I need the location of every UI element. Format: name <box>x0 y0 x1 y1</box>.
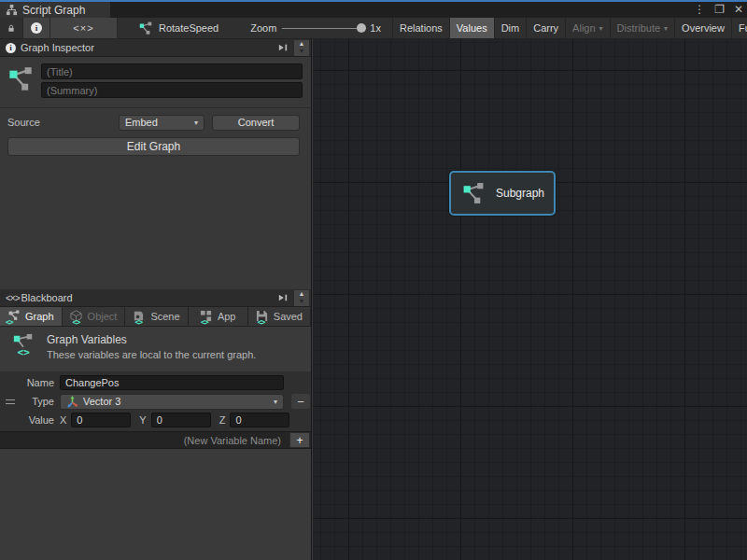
chevron-down-icon: ▾ <box>664 24 668 33</box>
zoom-slider-handle[interactable] <box>357 23 366 33</box>
sidebar: i Graph Inspector ▲ ▼ Source <box>0 39 312 560</box>
tab-app[interactable]: <> App <box>189 307 248 326</box>
variable-type-row: Type Vector 3 ▾ − <box>0 392 311 411</box>
blackboard-tabs: <> Graph <> Object <box>0 307 311 327</box>
chevron-down-icon: ▾ <box>274 398 277 406</box>
graph-variables-icon: <> <box>7 310 21 324</box>
type-label: Type <box>21 396 54 407</box>
graph-inspector-header[interactable]: i Graph Inspector ▲ ▼ <box>0 39 311 57</box>
scroll-down-icon[interactable]: ▼ <box>299 48 305 55</box>
chevron-down-icon: ▾ <box>599 24 603 33</box>
graph-name-label: RotateSpeed <box>159 22 218 34</box>
x-value-input[interactable] <box>71 413 131 427</box>
zoom-slider[interactable] <box>282 28 364 29</box>
subgraph-node[interactable]: Subgraph <box>449 171 556 216</box>
carry-button[interactable]: Carry <box>526 18 565 38</box>
window-menu-icon[interactable]: ⋮ <box>694 2 705 17</box>
graph-variables-icon: <> <box>11 333 37 359</box>
divider <box>0 107 311 108</box>
close-icon[interactable]: ✕ <box>734 2 743 17</box>
variable-name-row: Name <box>0 373 311 392</box>
source-label: Source <box>7 117 119 128</box>
blackboard-body: <> Graph Variables These variables are l… <box>0 327 311 560</box>
graph-variables-section: <> Graph Variables These variables are l… <box>0 327 311 371</box>
app-variables-icon: <> <box>200 310 214 324</box>
edit-graph-button[interactable]: Edit Graph <box>7 137 300 156</box>
tab-graph[interactable]: <> Graph <box>0 307 63 326</box>
tab-object: <> Object <box>63 307 126 326</box>
node-label: Subgraph <box>496 187 544 200</box>
variable-card: Name Type V <box>0 371 311 431</box>
full-screen-button[interactable]: Full Screen <box>731 18 747 38</box>
graph-icon <box>461 182 486 205</box>
script-graph-window: Script Graph ⋮ ❐ ✕ i <×> <box>0 0 747 560</box>
zoom-control: Zoom 1x <box>250 18 381 38</box>
vector3-icon <box>66 396 78 408</box>
values-button[interactable]: Values <box>449 18 494 38</box>
relations-button[interactable]: Relations <box>392 18 449 38</box>
source-dropdown[interactable]: Embed ▾ <box>119 115 204 131</box>
blackboard-header[interactable]: <×> Blackboard ▲ ▼ <box>0 289 311 307</box>
info-icon: i <box>6 43 16 53</box>
variable-type-value: Vector 3 <box>83 396 120 407</box>
toolbar: i <×> RotateSpeed Zoom 1x Relations Valu… <box>0 18 747 39</box>
variable-name-input[interactable] <box>60 375 284 390</box>
scroll-up-icon[interactable]: ▲ <box>299 290 305 298</box>
section-subtitle: These variables are local to the current… <box>47 349 256 360</box>
convert-button[interactable]: Convert <box>212 115 300 131</box>
svg-text:<>: <> <box>18 346 31 356</box>
new-variable-row: + <box>0 431 311 449</box>
drag-handle-icon[interactable] <box>6 399 15 404</box>
z-value-input[interactable] <box>230 413 289 427</box>
distribute-button: Distribute▾ <box>610 18 674 38</box>
inspector-scroll-arrows[interactable]: ▲ ▼ <box>294 40 309 56</box>
value-label: Value <box>21 414 54 426</box>
tab-scene[interactable]: <> Scene <box>125 307 188 326</box>
dim-button[interactable]: Dim <box>494 18 527 38</box>
graph-icon <box>138 21 153 35</box>
saved-variables-icon: <> <box>256 310 270 324</box>
graph-canvas[interactable]: Subgraph <box>313 39 747 560</box>
blackboard-empty-area <box>0 449 311 560</box>
scene-variables-icon: <> <box>133 310 147 324</box>
chevron-down-icon: ▾ <box>194 119 198 127</box>
remove-variable-button[interactable]: − <box>291 394 310 409</box>
title-input[interactable] <box>41 63 303 79</box>
script-graph-icon <box>6 4 18 16</box>
summary-input[interactable] <box>41 82 303 98</box>
inspector-toggle-button[interactable]: i <box>23 18 50 38</box>
lock-icon <box>7 22 15 35</box>
graph-inspector-title: Graph Inspector <box>21 42 275 53</box>
focus-accent-line <box>0 0 747 2</box>
graph-icon <box>7 66 34 92</box>
add-variable-button[interactable]: + <box>289 432 310 448</box>
x-label: X <box>60 414 66 426</box>
scroll-up-icon[interactable]: ▲ <box>299 40 305 48</box>
new-variable-input[interactable] <box>0 432 289 448</box>
zoom-label: Zoom <box>250 22 276 34</box>
maximize-icon[interactable]: ❐ <box>714 2 725 17</box>
dock-icon[interactable] <box>275 291 291 305</box>
info-icon: i <box>31 22 42 34</box>
titlebar: Script Graph ⋮ ❐ ✕ <box>0 0 747 18</box>
dock-icon[interactable] <box>275 41 291 55</box>
graph-breadcrumb[interactable]: RotateSpeed <box>131 18 226 38</box>
code-icon: <×> <box>6 293 20 303</box>
code-view-button[interactable]: <×> <box>50 18 118 38</box>
tab-title: Script Graph <box>22 4 85 17</box>
graph-inspector-body: Source Embed ▾ Convert Edit Graph <box>0 57 311 289</box>
y-value-input[interactable] <box>151 413 211 427</box>
variable-type-dropdown[interactable]: Vector 3 ▾ <box>60 394 284 410</box>
align-button: Align▾ <box>565 18 609 38</box>
scroll-down-icon[interactable]: ▼ <box>299 298 305 305</box>
tab-script-graph[interactable]: Script Graph <box>0 2 110 18</box>
blackboard-scroll-arrows[interactable]: ▲ ▼ <box>294 290 309 306</box>
object-variables-icon: <> <box>70 310 84 324</box>
y-label: Y <box>139 414 146 426</box>
name-label: Name <box>21 377 54 388</box>
z-label: Z <box>219 414 226 426</box>
overview-button[interactable]: Overview <box>674 18 731 38</box>
lock-button[interactable] <box>0 18 23 38</box>
tab-saved[interactable]: <> Saved <box>248 307 311 326</box>
section-title: Graph Variables <box>47 333 256 346</box>
